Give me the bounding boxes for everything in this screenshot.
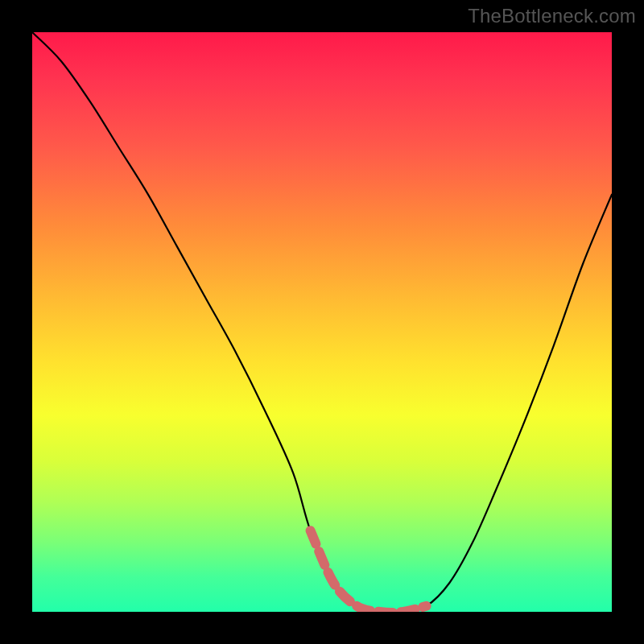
chart-svg <box>32 32 612 612</box>
bottleneck-curve-path <box>32 32 612 612</box>
watermark-text: TheBottleneck.com <box>468 5 636 27</box>
plot-area <box>32 32 612 612</box>
highlight-band-path <box>311 530 427 612</box>
